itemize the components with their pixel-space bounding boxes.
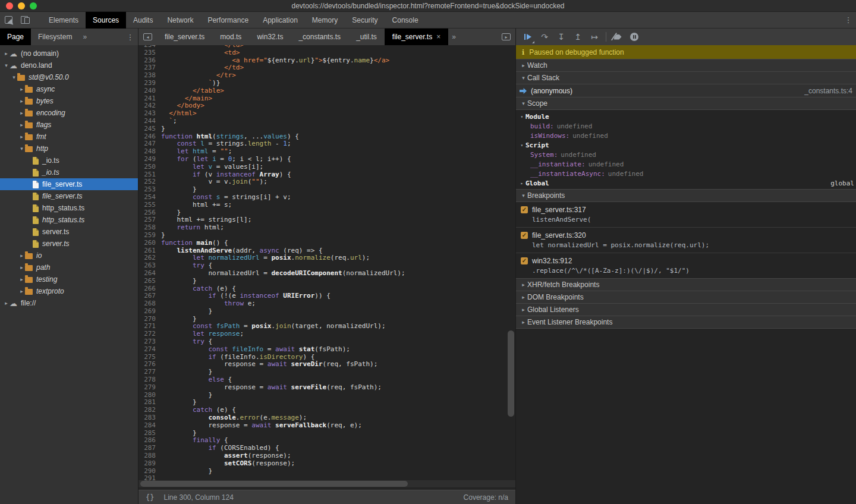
line-number[interactable]: 274	[139, 346, 161, 354]
line-number[interactable]: 249	[139, 156, 161, 163]
disclosure-triangle-icon[interactable]: ▸	[18, 110, 25, 116]
line-number[interactable]: 279	[139, 384, 161, 392]
pretty-print-button[interactable]: {}	[139, 493, 161, 502]
disclosure-triangle-icon[interactable]: ▸	[18, 288, 25, 294]
close-window-button[interactable]	[6, 2, 13, 10]
tree-item-deno-land[interactable]: ▾☁deno.land	[0, 59, 138, 71]
tree-item-http-status-ts[interactable]: http_status.ts	[0, 214, 138, 226]
step-over-icon[interactable]: ↷	[536, 29, 553, 45]
navigator-menu-icon[interactable]: ⋮	[122, 33, 138, 42]
line-number[interactable]: 259	[139, 232, 161, 240]
line-number[interactable]: 254	[139, 194, 161, 201]
sidebar-tab-filesystem[interactable]: Filesystem	[31, 29, 79, 45]
sidebar-tab-overflow-chevron[interactable]: »	[79, 33, 90, 41]
disclosure-triangle-icon[interactable]: ▸	[18, 122, 25, 128]
tab-security[interactable]: Security	[345, 12, 385, 29]
scope-property[interactable]: __instantiateAsync:undefined	[516, 169, 856, 178]
tab-application[interactable]: Application	[256, 12, 305, 29]
section-watch[interactable]: ▸ Watch	[516, 59, 856, 72]
line-number[interactable]: 264	[139, 270, 161, 278]
scope-group-module[interactable]: ▾Module	[516, 112, 856, 121]
more-menu-icon[interactable]: ⋮	[841, 15, 856, 24]
tab-audits[interactable]: Audits	[126, 12, 160, 29]
disclosure-triangle-icon[interactable]: ▸	[18, 134, 25, 140]
breakpoint-item[interactable]: ✓file_server.ts:320let normalizedUrl = p…	[516, 228, 856, 253]
code-editor[interactable]: 234 </td>235 <td>236 <a href="${entry.ur…	[139, 45, 515, 490]
tree-item-file-server-ts[interactable]: file_server.ts	[0, 190, 138, 202]
line-number[interactable]: 255	[139, 201, 161, 209]
tree-item-std-v0-50-0[interactable]: ▾std@v0.50.0	[0, 71, 138, 83]
tree-item-file[interactable]: ▸☁file://	[0, 297, 138, 309]
line-number[interactable]: 260	[139, 240, 161, 247]
tab-elements[interactable]: Elements	[42, 12, 86, 29]
section-call-stack[interactable]: ▾ Call Stack	[516, 71, 856, 84]
line-number[interactable]: 273	[139, 338, 161, 346]
breakpoint-item[interactable]: ✓file_server.ts:317listenAndServe(	[516, 202, 856, 228]
disclosure-triangle-icon[interactable]: ▸	[18, 253, 25, 259]
editor-tab-util-ts[interactable]: _util.ts	[348, 29, 385, 45]
step-into-icon[interactable]: ↧	[553, 29, 569, 45]
toggle-navigator-icon[interactable]: ◂	[143, 33, 152, 40]
editor-tab-overflow-chevron[interactable]: »	[448, 33, 460, 41]
tree-item-path[interactable]: ▸path	[0, 262, 138, 273]
tree-item-file-server-ts[interactable]: file_server.ts	[0, 178, 138, 190]
minimize-window-button[interactable]	[18, 2, 25, 10]
scope-group-global[interactable]: ▸Globalglobal	[516, 178, 856, 188]
disclosure-triangle-icon[interactable]: ▾	[3, 62, 10, 68]
vertical-scrollbar[interactable]	[508, 330, 514, 417]
line-number[interactable]: 235	[139, 49, 161, 57]
line-number[interactable]: 258	[139, 224, 161, 232]
tree-item-bytes[interactable]: ▸bytes	[0, 95, 138, 107]
horizontal-scrollbar[interactable]	[140, 481, 408, 487]
editor-tab-win32-ts[interactable]: win32.ts	[249, 29, 291, 45]
tree-item-io-ts[interactable]: _io.ts	[0, 166, 138, 178]
editor-tab-constants-ts[interactable]: _constants.ts	[291, 29, 348, 45]
disclosure-triangle-icon[interactable]: ▾	[11, 74, 17, 80]
disclosure-triangle-icon[interactable]: ▸	[3, 51, 10, 56]
breakpoint-item[interactable]: ✓win32.ts:912.replace(/^\/*([A-Za-z]:)(\…	[516, 253, 856, 279]
line-number[interactable]: 244	[139, 118, 161, 125]
section-xhr-fetch-breakpoints[interactable]: ▸XHR/fetch Breakpoints	[516, 278, 856, 291]
line-number[interactable]: 278	[139, 376, 161, 384]
step-out-icon[interactable]: ↥	[569, 29, 586, 45]
tab-performance[interactable]: Performance	[200, 12, 256, 29]
tree-item-fmt[interactable]: ▸fmt	[0, 131, 138, 143]
line-number[interactable]: 265	[139, 278, 161, 285]
tab-network[interactable]: Network	[160, 12, 200, 29]
disclosure-triangle-icon[interactable]: ▸	[18, 264, 25, 270]
section-breakpoints[interactable]: ▾ Breakpoints	[516, 189, 856, 202]
breakpoint-checkbox[interactable]: ✓	[521, 232, 528, 239]
disclosure-triangle-icon[interactable]: ▸	[18, 98, 25, 104]
tree-item-testing[interactable]: ▸testing	[0, 273, 138, 285]
line-number[interactable]: 269	[139, 308, 161, 316]
scope-property[interactable]: isWindows:undefined	[516, 131, 856, 140]
tree-item-async[interactable]: ▸async	[0, 83, 138, 95]
section-dom-breakpoints[interactable]: ▸DOM Breakpoints	[516, 291, 856, 304]
editor-tab-mod-ts[interactable]: mod.ts	[212, 29, 249, 45]
sidebar-tab-page[interactable]: Page	[0, 29, 31, 45]
pause-on-exceptions-icon[interactable]	[626, 29, 643, 45]
breakpoint-checkbox[interactable]: ✓	[521, 257, 528, 264]
scope-property[interactable]: System:undefined	[516, 150, 856, 159]
line-number[interactable]: 289	[139, 460, 161, 468]
line-number[interactable]: 283	[139, 414, 161, 422]
tree-item-http-status-ts[interactable]: http_status.ts	[0, 202, 138, 214]
step-icon[interactable]: ↦	[586, 29, 603, 45]
section-scope[interactable]: ▾ Scope	[516, 97, 856, 110]
breakpoint-checkbox[interactable]: ✓	[521, 206, 528, 213]
tree-item-server-ts[interactable]: server.ts	[0, 226, 138, 238]
tree-item-textproto[interactable]: ▸textproto	[0, 285, 138, 297]
toggle-debugger-panel-icon[interactable]: ▸	[502, 33, 511, 40]
scope-property[interactable]: __instantiate:undefined	[516, 159, 856, 169]
tree-item-server-ts[interactable]: server.ts	[0, 238, 138, 250]
disclosure-triangle-icon[interactable]: ▸	[18, 86, 25, 92]
tree-item-io[interactable]: ▸io	[0, 250, 138, 262]
line-number[interactable]: 250	[139, 163, 161, 171]
scope-group-script[interactable]: ▾Script	[516, 140, 856, 150]
line-number[interactable]: 284	[139, 422, 161, 430]
deactivate-breakpoints-icon[interactable]	[609, 29, 626, 45]
disclosure-triangle-icon[interactable]: ▾	[18, 146, 25, 152]
line-number[interactable]: 239	[139, 80, 161, 87]
editor-tab-file-server-ts[interactable]: file_server.ts×	[385, 29, 448, 45]
disclosure-triangle-icon[interactable]: ▸	[3, 300, 10, 306]
